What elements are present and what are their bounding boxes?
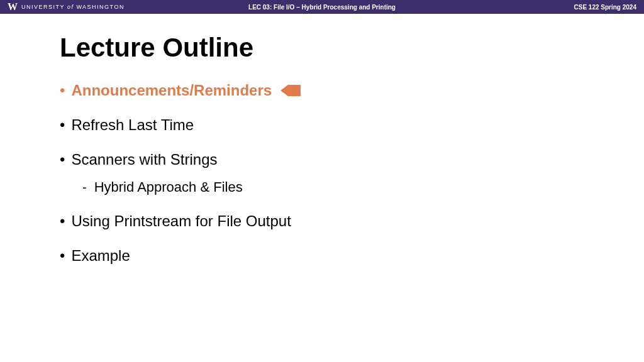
outline-text: Using Printstream for File Output [71,211,291,231]
svg-marker-0 [280,85,288,96]
bullet-icon: • [60,248,65,263]
outline-item-scanners: • Scanners with Strings [60,150,584,169]
outline-subitem-hybrid: - Hybrid Approach & Files [82,178,584,197]
course-label: CSE 122 Spring 2024 [574,4,637,11]
outline-text: Refresh Last Time [71,115,194,134]
outline-subtext: Hybrid Approach & Files [94,178,243,197]
univ-word-2: WASHINGTON [76,4,125,10]
bullet-icon: • [60,152,65,167]
slide-content: Lecture Outline • Announcements/Reminder… [0,14,644,300]
outline-item-announcements: • Announcements/Reminders [60,80,584,100]
svg-rect-1 [288,85,301,96]
university-text: UNIVERSITY of WASHINGTON [21,4,125,10]
outline-text: Scanners with Strings [71,150,217,169]
current-marker-arrow-icon [280,85,301,96]
bullet-icon: • [60,214,65,229]
univ-word-1: UNIVERSITY [21,4,65,10]
bullet-icon: • [60,83,65,98]
univ-of: of [67,4,74,10]
outline-text: Announcements/Reminders [71,80,272,100]
bullet-icon: • [60,118,65,133]
outline-item-printstream: • Using Printstream for File Output [60,211,584,231]
outline-sublist: - Hybrid Approach & Files [82,178,584,197]
slide-title: Lecture Outline [60,33,584,63]
university-branding: W UNIVERSITY of WASHINGTON [8,1,125,13]
slide-header: W UNIVERSITY of WASHINGTON LEC 03: File … [0,0,644,14]
lecture-label: LEC 03: File I/O – Hybrid Processing and… [248,4,396,11]
outline-item-refresh: • Refresh Last Time [60,115,584,134]
w-logo: W [8,1,18,13]
dash-icon: - [82,179,87,195]
outline-item-example: • Example [60,246,584,265]
outline-list: • Announcements/Reminders • Refresh Last… [60,80,584,266]
outline-text: Example [71,246,130,265]
